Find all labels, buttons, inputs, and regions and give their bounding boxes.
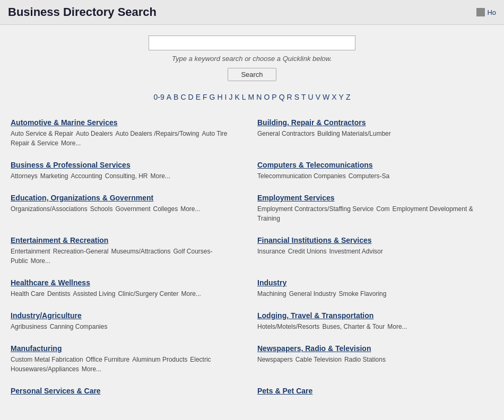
alpha-link-N[interactable]: N xyxy=(256,93,262,101)
category-link[interactable]: Canning Companies xyxy=(50,323,108,330)
category-link[interactable]: Organizations/Associations xyxy=(11,205,88,213)
category-link[interactable]: Hotels/Motels/Resorts xyxy=(257,323,319,330)
category-link[interactable]: Office Furniture xyxy=(86,356,129,363)
category-link[interactable]: Assisted Living xyxy=(73,290,115,298)
category-newspapers: Newspapers, Radio & TelevisionNewspapers… xyxy=(252,338,499,380)
category-link[interactable]: General Contractors xyxy=(257,130,315,137)
alphabet-nav: 0-9ABCDEFGHIJKLMNOPQRSTUVWXYZ xyxy=(0,86,504,112)
home-link[interactable]: Ho xyxy=(476,8,496,16)
category-link[interactable]: Aluminum Products xyxy=(132,356,187,363)
category-link[interactable]: Insurance xyxy=(257,248,285,255)
category-link[interactable]: More... xyxy=(150,172,170,180)
alpha-link-Z[interactable]: Z xyxy=(346,93,351,101)
category-link[interactable]: Agribusiness xyxy=(11,323,47,330)
category-link[interactable]: Building Materials/Lumber xyxy=(317,130,391,137)
category-link[interactable]: More... xyxy=(181,290,201,298)
category-title-financial[interactable]: Financial Institutions & Services xyxy=(257,236,491,244)
category-link[interactable]: Dentists xyxy=(47,290,70,298)
category-link[interactable]: Marketing xyxy=(40,172,68,180)
category-title-business[interactable]: Business & Professional Services xyxy=(11,161,244,169)
category-link[interactable]: Employment Contractors/Staffing Service xyxy=(257,205,373,213)
alpha-link-H[interactable]: H xyxy=(217,93,222,101)
alpha-link-I[interactable]: I xyxy=(225,93,227,101)
category-link[interactable]: Cable Television xyxy=(296,356,342,363)
category-link[interactable]: More... xyxy=(180,205,200,213)
category-title-personal[interactable]: Personal Services & Care xyxy=(11,387,244,395)
category-link[interactable]: Newspapers xyxy=(257,356,293,363)
category-link[interactable]: Colleges xyxy=(153,205,178,213)
category-link[interactable]: Auto Dealers /Repairs/Towing xyxy=(115,130,199,137)
category-link[interactable]: Clinic/Surgery Center xyxy=(118,290,178,298)
category-link[interactable]: Recreation-General xyxy=(53,248,109,255)
alpha-link-L[interactable]: L xyxy=(242,93,246,101)
alpha-link-T[interactable]: T xyxy=(301,93,306,101)
category-title-manufacturing[interactable]: Manufacturing xyxy=(11,344,244,353)
category-manufacturing: ManufacturingCustom Metal FabricationOff… xyxy=(5,338,252,380)
alpha-link-X[interactable]: X xyxy=(332,93,336,101)
category-link[interactable]: More... xyxy=(31,257,50,265)
category-title-automotive[interactable]: Automotive & Marine Services xyxy=(11,118,244,127)
category-title-building[interactable]: Building, Repair & Contractors xyxy=(257,118,491,127)
page-header: Business Directory Search Ho xyxy=(0,0,504,25)
category-link[interactable]: Government xyxy=(115,205,150,213)
category-title-entertainment[interactable]: Entertainment & Recreation xyxy=(11,236,244,244)
category-link[interactable]: Consulting, HR xyxy=(105,172,148,180)
category-link[interactable]: Auto Service & Repair xyxy=(11,130,73,137)
search-hint: Type a keyword search or choose a Quickl… xyxy=(5,55,499,63)
alpha-link-Q[interactable]: Q xyxy=(279,93,285,101)
alpha-link-U[interactable]: U xyxy=(308,93,314,101)
category-link[interactable]: Smoke Flavoring xyxy=(338,290,386,298)
alpha-link-R[interactable]: R xyxy=(287,93,292,101)
alpha-link-J[interactable]: J xyxy=(229,93,232,101)
category-link[interactable]: More... xyxy=(387,323,407,330)
alpha-link-0-9[interactable]: 0-9 xyxy=(153,93,164,101)
category-title-newspapers[interactable]: Newspapers, Radio & Television xyxy=(257,344,491,353)
category-links-industry-agriculture: AgribusinessCanning Companies xyxy=(11,322,244,331)
category-link[interactable]: More... xyxy=(82,365,101,373)
alpha-link-G[interactable]: G xyxy=(210,93,215,101)
category-title-industry-agriculture[interactable]: Industry/Agriculture xyxy=(11,311,244,320)
alpha-link-D[interactable]: D xyxy=(188,93,194,101)
category-link[interactable]: Buses, Charter & Tour xyxy=(322,323,385,330)
alpha-link-A[interactable]: A xyxy=(167,93,171,101)
alpha-link-B[interactable]: B xyxy=(173,93,178,101)
category-title-industry[interactable]: Industry xyxy=(257,278,491,287)
alpha-link-V[interactable]: V xyxy=(316,93,320,101)
category-title-lodging[interactable]: Lodging, Travel & Transportation xyxy=(257,311,491,320)
alpha-link-O[interactable]: O xyxy=(264,93,270,101)
category-link[interactable]: Entertainment xyxy=(11,248,50,255)
category-title-healthcare[interactable]: Healthcare & Wellness xyxy=(11,278,244,287)
category-title-computers[interactable]: Computers & Telecomunications xyxy=(257,161,491,169)
category-link[interactable]: Machining xyxy=(257,290,286,298)
category-link[interactable]: Auto Dealers xyxy=(76,130,112,137)
category-link[interactable]: Credit Unions xyxy=(288,248,327,255)
alpha-link-W[interactable]: W xyxy=(323,93,329,101)
category-link[interactable]: Telecommunication Companies xyxy=(257,172,346,180)
alpha-link-M[interactable]: M xyxy=(248,93,255,101)
category-link[interactable]: Health Care xyxy=(11,290,45,298)
alpha-link-E[interactable]: E xyxy=(196,93,201,101)
search-input[interactable] xyxy=(149,36,355,50)
alpha-link-Y[interactable]: Y xyxy=(339,93,344,101)
category-link[interactable]: General Industry xyxy=(289,290,336,298)
alpha-link-C[interactable]: C xyxy=(180,93,186,101)
category-link[interactable]: Computers-Sa xyxy=(349,172,389,180)
category-industry-agriculture: Industry/AgricultureAgribusinessCanning … xyxy=(5,305,252,338)
alpha-link-F[interactable]: F xyxy=(203,93,207,101)
category-title-pets[interactable]: Pets & Pet Care xyxy=(257,387,491,395)
category-link[interactable]: More... xyxy=(61,139,81,147)
category-link[interactable]: Museums/Attractions xyxy=(111,248,170,255)
category-link[interactable]: Attorneys xyxy=(11,172,38,180)
category-link[interactable]: Schools xyxy=(90,205,113,213)
alpha-link-P[interactable]: P xyxy=(272,93,276,101)
alpha-link-K[interactable]: K xyxy=(234,93,239,101)
category-title-employment[interactable]: Employment Services xyxy=(257,194,491,202)
alpha-link-S[interactable]: S xyxy=(294,93,299,101)
category-link[interactable]: Radio Stations xyxy=(344,356,386,363)
category-link[interactable]: Com xyxy=(376,205,389,213)
category-link[interactable]: Custom Metal Fabrication xyxy=(11,356,83,363)
category-link[interactable]: Investment Advisor xyxy=(329,248,383,255)
search-button[interactable]: Search xyxy=(228,68,276,81)
category-title-education[interactable]: Education, Organizations & Government xyxy=(11,194,244,202)
category-link[interactable]: Accounting xyxy=(71,172,102,180)
